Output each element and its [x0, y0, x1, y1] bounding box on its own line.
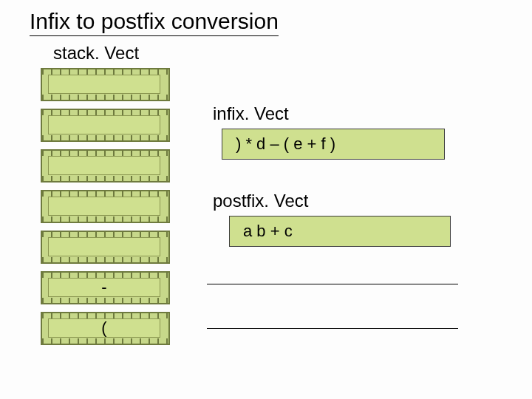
divider [207, 284, 458, 284]
stack-slot-value [48, 115, 160, 134]
divider [207, 328, 458, 329]
stack-slot-value [48, 237, 160, 256]
stack-slot [41, 231, 170, 264]
stack-slot-value: ( [48, 318, 160, 338]
stack-slot: ( [41, 312, 170, 345]
stack-slot-value [48, 75, 160, 94]
stack-slot-value [48, 156, 160, 175]
stack-label: stack. Vect [53, 43, 139, 64]
stack-slot-value: - [48, 278, 160, 297]
postfix-label: postfix. Vect [213, 191, 308, 211]
page-title: Infix to postfix conversion [30, 9, 279, 36]
infix-label: infix. Vect [213, 103, 289, 124]
infix-value: ) * d – ( e + f ) [222, 129, 445, 160]
stack-slot: - [41, 271, 170, 304]
stack-slot [41, 190, 170, 223]
stack-container: - ( [41, 68, 170, 352]
stack-slot [41, 68, 170, 101]
postfix-value: a b + c [229, 216, 451, 247]
stack-slot [41, 149, 170, 183]
stack-slot-value [48, 197, 160, 216]
stack-slot [41, 109, 170, 142]
